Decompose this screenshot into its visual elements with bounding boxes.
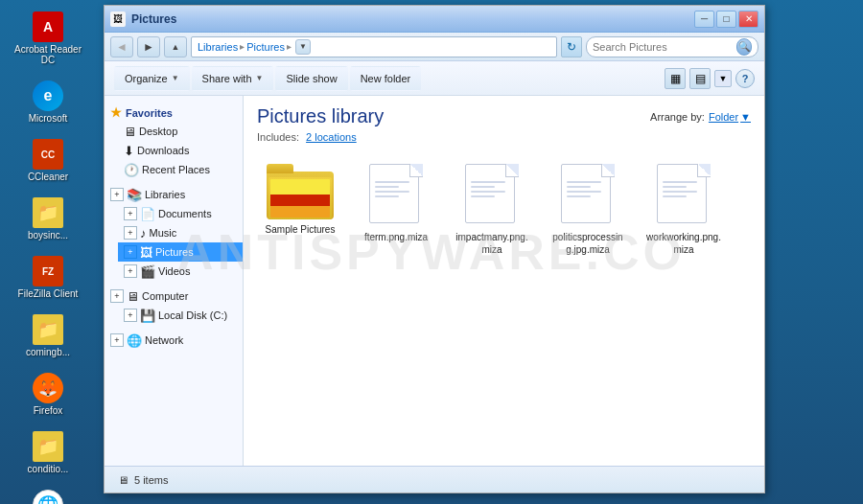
right-panel: Pictures library Arrange by: Folder ▼ In… [244, 96, 764, 466]
desktop-icon-edge-label: Microsoft [29, 113, 68, 124]
desktop-icon-chrome[interactable]: 🌐 Google Chrome [10, 486, 86, 504]
desktop: A Acrobat Reader DC e Microsoft CC CClea… [0, 0, 863, 504]
sidebar-item-videos[interactable]: + 🎬 Videos [118, 262, 243, 281]
sidebar-item-local-disk[interactable]: + 💾 Local Disk (C:) [118, 306, 243, 325]
file-icon-politicsprocessing [561, 164, 615, 227]
computer-label: Computer [142, 290, 188, 302]
sidebar-item-documents[interactable]: + 📄 Documents [118, 204, 243, 223]
search-box: 🔍 [586, 36, 758, 57]
recent-tree-icon: 🕐 [124, 163, 139, 177]
folder-icon-sample-pictures [267, 164, 334, 219]
breadcrumb-libraries[interactable]: Libraries [198, 41, 238, 53]
address-bar: ◄ ► ▲ Libraries ▸ Pictures ▸ ▼ ↻ 🔍 [105, 33, 764, 61]
files-grid: Sample Pictures [257, 158, 751, 262]
address-field[interactable]: Libraries ▸ Pictures ▸ ▼ [191, 36, 557, 57]
computer-icon: 🖥 [127, 289, 139, 304]
arrange-by-area: Arrange by: Folder ▼ [650, 111, 751, 123]
arrange-by-value: Folder [709, 111, 738, 123]
view-details-button[interactable]: ▤ [689, 68, 711, 89]
arrange-by-button[interactable]: Folder ▼ [709, 111, 751, 123]
file-item-sample-pictures[interactable]: Sample Pictures [257, 158, 343, 241]
file-label-workworking: workworking.png.miza [646, 231, 721, 256]
breadcrumb-pictures[interactable]: Pictures [246, 41, 285, 53]
desktop-icon-conditio[interactable]: 📁 conditio... [10, 427, 86, 478]
desktop-icon-boysinc[interactable]: 📁 boysinc... [10, 194, 86, 244]
minimize-button[interactable]: ─ [694, 11, 714, 28]
search-input[interactable] [593, 41, 736, 53]
network-expand-icon[interactable]: + [110, 333, 124, 347]
library-title: Pictures library [257, 105, 384, 127]
slideshow-button[interactable]: Slide show [275, 66, 347, 91]
desktop-icon-comingb-label: comingb... [26, 347, 70, 357]
libraries-items: + 📄 Documents + ♪ Music + 🖼 Pictur [118, 204, 243, 281]
file-label-fterm: fterm.png.miza [364, 231, 428, 243]
refresh-button[interactable]: ↻ [561, 36, 582, 57]
organize-button[interactable]: Organize ▼ [114, 66, 190, 91]
new-folder-button[interactable]: New folder [350, 66, 422, 91]
desktop-icon-acrobat[interactable]: A Acrobat Reader DC [10, 8, 86, 69]
content-area: ★ Favorites 🖥 Desktop ⬇ Downloads 🕐 Rece… [105, 96, 764, 466]
sidebar-item-computer[interactable]: + 🖥 Computer [105, 286, 243, 306]
back-button[interactable]: ◄ [110, 36, 133, 57]
music-expand-icon[interactable]: + [124, 226, 137, 240]
slideshow-label: Slide show [286, 73, 337, 84]
arrange-by-arrow: ▼ [740, 111, 751, 123]
sidebar-item-pictures[interactable]: + 🖼 Pictures [118, 242, 243, 262]
downloads-tree-label: Downloads [137, 145, 189, 156]
share-with-button[interactable]: Share with ▼ [192, 66, 274, 91]
documents-expand-icon[interactable]: + [124, 207, 137, 220]
desktop-icon-area: A Acrobat Reader DC e Microsoft CC CClea… [0, 0, 96, 504]
left-panel: ★ Favorites 🖥 Desktop ⬇ Downloads 🕐 Rece… [105, 96, 244, 466]
sidebar-item-music[interactable]: + ♪ Music [118, 223, 243, 242]
file-item-politicsprocessing[interactable]: politicsprocessing.jpg.miza [545, 158, 631, 262]
libraries-label: Libraries [145, 189, 185, 200]
arrange-by-label: Arrange by: [650, 111, 705, 123]
status-computer-area: 🖥 5 items [118, 474, 168, 486]
file-icon-workworking [657, 164, 711, 227]
videos-expand-icon[interactable]: + [124, 264, 137, 278]
view-dropdown-button[interactable]: ▼ [714, 70, 732, 87]
desktop-icon-comingb[interactable]: 📁 comingb... [10, 310, 86, 361]
includes-link[interactable]: 2 locations [306, 131, 357, 143]
toolbar-right: ▦ ▤ ▼ ? [665, 68, 755, 89]
pictures-label: Pictures [155, 246, 194, 258]
help-button[interactable]: ? [735, 69, 755, 88]
recent-tree-label: Recent Places [142, 164, 210, 175]
sidebar-item-desktop[interactable]: 🖥 Desktop [118, 122, 243, 141]
libraries-expand-icon[interactable]: + [110, 188, 124, 201]
status-bar: 🖥 5 items [105, 466, 764, 493]
share-arrow: ▼ [256, 74, 264, 82]
forward-button[interactable]: ► [137, 36, 160, 57]
file-item-impactmany[interactable]: impactmany.png.miza [449, 158, 535, 262]
desktop-icon-firefox[interactable]: 🦊 Firefox [10, 369, 86, 420]
sidebar-item-downloads[interactable]: ⬇ Downloads [118, 141, 243, 160]
new-folder-label: New folder [361, 73, 411, 84]
breadcrumb-sep1: ▸ [240, 41, 245, 52]
local-disk-expand-icon[interactable]: + [124, 309, 137, 322]
sidebar-item-libraries[interactable]: + 📚 Libraries [105, 185, 243, 204]
file-label-sample-pictures: Sample Pictures [266, 223, 336, 236]
sidebar-item-network[interactable]: + 🌐 Network [105, 331, 243, 350]
downloads-tree-icon: ⬇ [124, 144, 134, 158]
restore-button[interactable]: □ [716, 11, 736, 28]
file-item-fterm[interactable]: fterm.png.miza [353, 158, 439, 249]
status-item-count: 5 items [134, 474, 168, 486]
computer-items: + 💾 Local Disk (C:) [118, 306, 243, 325]
desktop-icon-acrobat-label: Acrobat Reader DC [13, 44, 82, 65]
pictures-expand-icon[interactable]: + [124, 245, 137, 259]
file-label-politicsprocessing: politicsprocessing.jpg.miza [550, 231, 625, 256]
desktop-icon-filezilla[interactable]: FZ FileZilla Client [10, 252, 86, 303]
includes-label: Includes: [257, 131, 299, 143]
sidebar-item-recent-places[interactable]: 🕐 Recent Places [118, 160, 243, 179]
file-icon-fterm [369, 164, 423, 227]
breadcrumb-dropdown[interactable]: ▼ [295, 39, 311, 55]
search-button[interactable]: 🔍 [736, 38, 752, 56]
view-icons-button[interactable]: ▦ [665, 68, 686, 89]
file-item-workworking[interactable]: workworking.png.miza [641, 158, 727, 262]
computer-expand-icon[interactable]: + [110, 289, 124, 303]
desktop-icon-ccleaner-label: CCleaner [28, 172, 68, 182]
desktop-icon-edge[interactable]: e Microsoft [10, 77, 86, 127]
up-button[interactable]: ▲ [164, 36, 187, 57]
close-button[interactable]: ✕ [738, 11, 758, 28]
desktop-icon-ccleaner[interactable]: CC CCleaner [10, 135, 86, 186]
